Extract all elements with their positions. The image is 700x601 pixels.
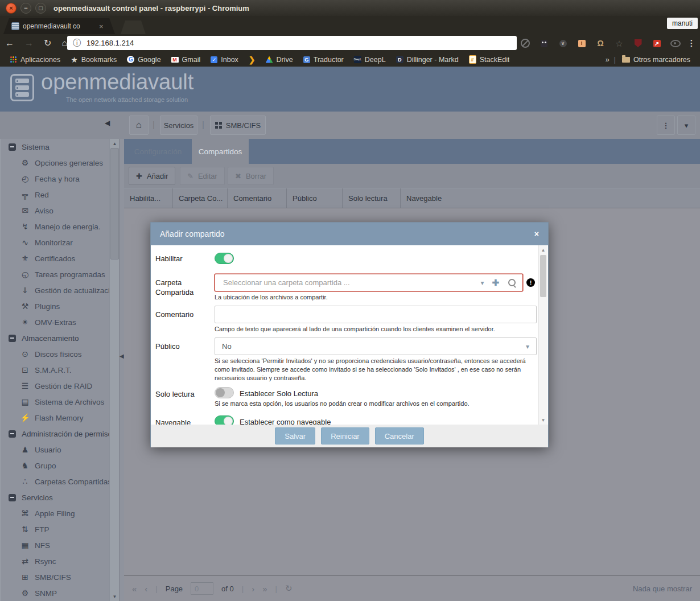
column-publico[interactable]: Público [287,188,343,208]
sidebar-item-gestion-raid[interactable]: ☰Gestión de RAID [1,378,109,394]
sidebar-item-usuario[interactable]: ♟Usuario [1,442,109,458]
add-button[interactable]: ✚ Añadir [129,167,175,185]
comentario-input[interactable] [222,310,529,319]
solo-lectura-toggle[interactable] [215,387,234,398]
bookmark-dillinger[interactable]: Dillinger - Markd [392,53,463,66]
chevron-down-icon[interactable]: ▾ [526,343,529,351]
back-icon[interactable]: ← [5,39,14,48]
refresh-icon[interactable]: ↻ [285,583,293,594]
habilitar-toggle[interactable] [215,253,234,264]
bookmark-aplicaciones[interactable]: Aplicaciones [6,53,64,66]
save-button[interactable]: Salvar [275,427,315,444]
comentario-field[interactable] [215,306,537,323]
browser-menu-icon[interactable]: ⋮ [683,36,700,51]
bookmark-deepl[interactable]: DeepL [350,53,390,66]
column-carpeta[interactable]: Carpeta Co... [173,188,228,208]
scroll-down-icon[interactable]: ▼ [110,592,120,601]
page-number-input[interactable] [191,582,213,595]
home-icon[interactable]: ⌂ [61,39,67,48]
extension-ghostery-icon[interactable] [536,36,553,51]
extension-reader-icon[interactable]: ↗ [648,36,665,51]
sidebar-item-apple-filing[interactable]: ⌘Apple Filing [1,505,109,521]
bookmark-drive[interactable]: Drive [262,53,297,66]
sidebar-item-plugins[interactable]: ⚒Plugins [1,298,109,314]
sidebar-item-carpetas-compartidas[interactable]: ∴Carpetas Compartidas [1,474,109,489]
sidebar-item-omv-extras[interactable]: ✴OMV-Extras [1,314,109,330]
bookmark-star-icon[interactable]: ☆ [611,36,628,51]
sidebar-item-fecha-y-hora[interactable]: ◴Fecha y hora [1,171,109,187]
dialog-scroll-thumb[interactable] [540,255,546,297]
other-bookmarks-folder[interactable]: Otros marcadores [618,53,694,66]
sidebar-item-discos-fisicos[interactable]: ⊙Discos físicos [1,346,109,362]
browser-tab[interactable]: openmediavault co × [3,18,115,34]
site-info-icon[interactable]: ⓘ [73,38,81,48]
sidebar-group-almacenamiento[interactable]: Almacenamiento [1,330,109,346]
new-tab-button[interactable] [121,20,146,34]
extension-robot-icon[interactable]: ! [573,36,590,51]
sidebar-item-certificados[interactable]: ⚜Certificados [1,250,109,266]
omv-menu-button[interactable]: ⋮ [657,116,675,135]
sidebar-group-sistema[interactable]: Sistema [1,139,109,155]
sidebar-group-administracion-permisos[interactable]: Administración de permiso [1,426,109,442]
publico-select[interactable]: No ▾ [215,337,537,355]
dialog-header[interactable]: Añadir compartido × [151,223,548,245]
tab-configuracion[interactable]: Configuración [124,139,192,164]
sidebar-item-grupo[interactable]: ♞Grupo [1,458,109,474]
bookmark-traductor[interactable]: Traductor [299,53,348,66]
carpeta-input[interactable] [222,278,476,287]
reload-icon[interactable]: ↻ [44,39,51,48]
omv-caret-button[interactable]: ▾ [677,116,695,135]
sidebar-splitter[interactable] [119,139,124,601]
url-input[interactable] [85,38,429,48]
prev-page-icon[interactable]: ‹ [145,584,147,594]
delete-button[interactable]: ✖ Borrar [228,167,274,185]
breadcrumb-home-button[interactable]: ⌂ [129,116,149,135]
sidebar-collapse-icon[interactable]: ◀ [105,119,110,127]
column-habilitar[interactable]: Habilita... [124,188,173,208]
bookmarks-overflow-icon[interactable]: » [603,53,612,66]
sidebar-scrollbar[interactable]: ▲ ▼ [109,139,119,601]
extension-circle-slash-icon[interactable] [517,36,534,51]
bookmark-gmail[interactable]: Gmail [167,53,205,66]
splitter-collapse-icon[interactable]: ◀ [120,353,124,359]
dialog-scrollbar[interactable]: ▲ ▼ [538,245,547,425]
search-icon[interactable] [508,279,516,286]
scroll-up-icon[interactable]: ▲ [110,139,120,148]
sidebar-item-monitorizar[interactable]: ∿Monitorizar [1,234,109,250]
window-titlebar[interactable]: × − □ openmediavault control panel - ras… [0,0,700,17]
window-close-button[interactable]: × [6,3,17,14]
address-bar[interactable]: ⓘ [67,36,517,50]
bookmark-google[interactable]: Google [123,53,164,66]
chevron-down-icon[interactable]: ▾ [480,279,484,287]
column-comentario[interactable]: Comentario [228,188,287,208]
breadcrumb-smbcifs[interactable]: SMB/CIFS [210,116,266,135]
window-maximize-button[interactable]: □ [35,3,46,14]
sidebar-item-flash-memory[interactable]: ⚡Flash Memory [1,410,109,426]
sidebar-item-gestion-actualizaciones[interactable]: ⇓Gestión de actualizacio [1,282,109,298]
sidebar-item-rsync[interactable]: ⇄Rsync [1,553,109,569]
sidebar-item-nfs[interactable]: ▦NFS [1,537,109,553]
last-page-icon[interactable]: » [262,584,267,594]
collapse-minus-icon[interactable] [9,335,16,342]
bookmark-inbox[interactable]: Inbox [207,53,242,66]
scroll-down-icon[interactable]: ▼ [539,415,547,425]
sidebar-item-sistema-de-archivos[interactable]: ▤Sistema de Archivos [1,394,109,410]
carpeta-combobox[interactable]: ▾ ✚ [215,274,523,291]
scroll-up-icon[interactable]: ▲ [539,245,547,254]
sidebar-item-opciones-generales[interactable]: ⚙Opciones generales [1,155,109,171]
column-navegable[interactable]: Navegable [401,188,700,208]
collapse-minus-icon[interactable] [9,143,16,151]
sidebar-group-servicios[interactable]: Servicios [1,489,109,505]
sidebar-item-tareas-programadas[interactable]: ◵Tareas programadas [1,266,109,282]
sidebar-item-manejo-de-energia[interactable]: ↯Manejo de energia. [1,219,109,234]
first-page-icon[interactable]: « [132,584,137,594]
edit-button[interactable]: ✎ Editar [180,167,225,185]
next-page-icon[interactable]: › [252,584,254,594]
extension-headphones-icon[interactable]: Ω [592,36,609,51]
navegable-toggle[interactable] [215,415,234,425]
reset-button[interactable]: Reiniciar [321,427,369,444]
cancel-button[interactable]: Cancelar [375,427,424,444]
collapse-minus-icon[interactable] [9,494,16,501]
profile-badge[interactable]: manuti [667,18,698,29]
collapse-minus-icon[interactable] [9,430,16,438]
